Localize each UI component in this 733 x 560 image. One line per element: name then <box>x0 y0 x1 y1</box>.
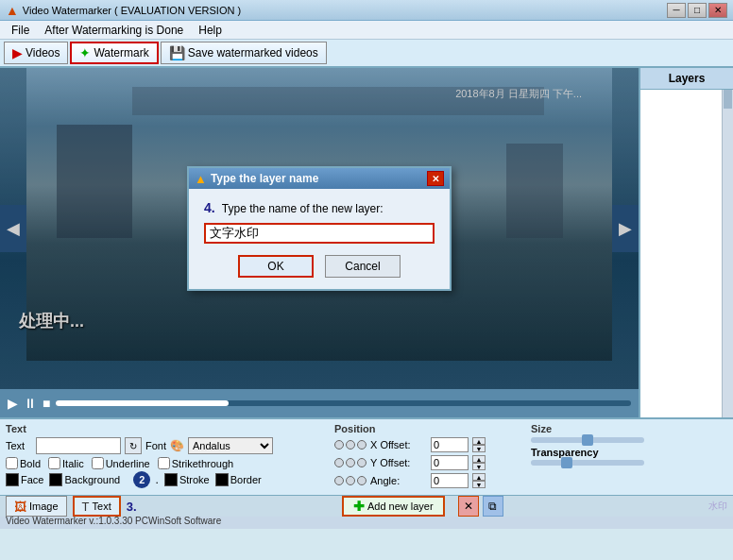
x-offset-row: X Offset: ▲ ▼ <box>334 437 523 452</box>
angle-row: Angle: ▲ ▼ <box>334 473 523 488</box>
angle-spinner: ▲ ▼ <box>472 473 486 488</box>
delete-layer-button[interactable]: ✕ <box>458 496 479 517</box>
angle-radio-group <box>334 476 366 485</box>
background-color-item: Background <box>49 473 120 486</box>
angle-input[interactable] <box>431 473 469 488</box>
y-offset-input[interactable] <box>431 455 469 470</box>
step-2-number: 2 <box>133 471 150 488</box>
border-color-item: Border <box>215 473 262 486</box>
x-spin-up[interactable]: ▲ <box>472 437 486 445</box>
x-radio-2[interactable] <box>346 440 355 450</box>
strikethrough-label: Strikethrough <box>172 458 233 469</box>
videos-label: Videos <box>26 46 60 59</box>
save-button[interactable]: 💾 Save watermarked videos <box>161 42 327 64</box>
y-radio-1[interactable] <box>334 458 344 467</box>
background-color-swatch[interactable] <box>49 473 62 486</box>
x-spin-down[interactable]: ▼ <box>472 445 486 452</box>
angle-radio-3[interactable] <box>357 476 366 485</box>
bottom-panel: Text Text ↻ Font 🎨 Andalus Bold Italic <box>0 417 733 512</box>
x-offset-input[interactable] <box>431 437 469 452</box>
text-tab-label: Text <box>93 501 111 512</box>
refresh-button[interactable]: ↻ <box>125 437 142 454</box>
y-spinner: ▲ ▼ <box>472 455 486 470</box>
app-icon: ▲ <box>6 3 19 18</box>
y-offset-row: Y Offset: ▲ ▼ <box>334 455 523 470</box>
position-section-title: Position <box>334 423 523 434</box>
video-area: 2018年8月 日星期四 下午... 处理中... ◀ ▶ ▲ Type the… <box>0 68 639 417</box>
transparency-slider[interactable] <box>531 460 644 466</box>
play-button[interactable]: ▶ <box>8 396 18 411</box>
dialog-ok-button[interactable]: OK <box>238 255 314 278</box>
copy-layer-button[interactable]: ⧉ <box>483 496 503 517</box>
dialog-overlay: ▲ Type the layer name ✕ 4. Type the name… <box>0 68 639 389</box>
dialog-cancel-button[interactable]: Cancel <box>325 255 401 278</box>
angle-spin-up[interactable]: ▲ <box>472 473 486 481</box>
menu-help[interactable]: Help <box>191 22 230 39</box>
x-radio-3[interactable] <box>357 440 366 450</box>
color-row: Face Background 2 . Stroke Border <box>6 471 327 488</box>
y-radio-3[interactable] <box>357 458 366 467</box>
watermark-button[interactable]: ✦ Watermark <box>70 42 158 64</box>
progress-bar[interactable] <box>56 400 631 406</box>
stroke-label: Stroke <box>179 474 210 485</box>
italic-checkbox[interactable] <box>48 457 60 469</box>
text-tab-icon: T <box>82 500 90 514</box>
stop-button[interactable]: ■ <box>43 396 50 411</box>
pause-button[interactable]: ⏸ <box>24 396 37 411</box>
layer-name-input[interactable] <box>204 223 435 244</box>
stroke-color-swatch[interactable] <box>164 473 178 486</box>
size-section-title: Size <box>531 423 701 434</box>
x-offset-label: X Offset: <box>370 439 427 450</box>
stroke-color-item: Stroke <box>164 473 210 486</box>
underline-checkbox-item: Underline <box>92 457 150 469</box>
add-layer-icon: ✚ <box>353 499 365 514</box>
border-color-swatch[interactable] <box>215 473 229 486</box>
layers-title: Layers <box>640 68 733 90</box>
dialog-title-bar: ▲ Type the layer name ✕ <box>189 168 450 189</box>
background-label: Background <box>64 474 120 485</box>
toolbar: ▶ Videos ✦ Watermark 💾 Save watermarked … <box>0 40 733 68</box>
playback-bar: ▶ ⏸ ■ <box>0 389 639 417</box>
layers-panel: Layers <box>639 68 733 417</box>
maximize-button[interactable]: □ <box>688 3 707 18</box>
watermark-text-input[interactable] <box>36 437 121 454</box>
y-spin-up[interactable]: ▲ <box>472 455 486 463</box>
dialog-close-button[interactable]: ✕ <box>427 171 444 186</box>
face-label: Face <box>21 474 43 485</box>
style-checkboxes: Bold Italic Underline Strikethrough <box>6 457 327 469</box>
image-tab-button[interactable]: 🖼 Image <box>6 496 67 517</box>
menu-after-watermarking[interactable]: After Watermarking is Done <box>37 22 191 39</box>
angle-radio-1[interactable] <box>334 476 344 485</box>
y-radio-2[interactable] <box>346 458 355 467</box>
menu-file[interactable]: File <box>4 22 37 39</box>
y-offset-label: Y Offset: <box>370 457 427 468</box>
x-radio-1[interactable] <box>334 440 344 450</box>
size-slider[interactable] <box>531 437 644 443</box>
font-icon: 🎨 <box>170 439 184 452</box>
text-label: Text <box>6 440 32 451</box>
text-tab-button[interactable]: T Text <box>73 496 121 517</box>
videos-button[interactable]: ▶ Videos <box>4 42 68 64</box>
bold-checkbox[interactable] <box>6 457 18 469</box>
save-label: Save watermarked videos <box>188 46 318 59</box>
x-spinner: ▲ ▼ <box>472 437 486 452</box>
angle-spin-down[interactable]: ▼ <box>472 481 486 488</box>
face-color-swatch[interactable] <box>6 473 19 486</box>
layers-list <box>640 90 733 417</box>
position-section: Position X Offset: ▲ ▼ <box>334 423 523 491</box>
minimize-button[interactable]: ─ <box>667 3 686 18</box>
progress-fill <box>56 400 229 406</box>
font-select[interactable]: Andalus <box>188 437 273 454</box>
strikethrough-checkbox[interactable] <box>158 457 170 469</box>
close-button[interactable]: ✕ <box>708 3 727 18</box>
add-layer-button[interactable]: ✚ Add new layer <box>342 496 445 517</box>
text-section: Text Text ↻ Font 🎨 Andalus Bold Italic <box>6 423 327 491</box>
save-icon: 💾 <box>169 45 185 60</box>
dialog-title-icon: ▲ <box>195 172 207 186</box>
video-frame: 2018年8月 日星期四 下午... 处理中... ◀ ▶ ▲ Type the… <box>0 68 639 389</box>
y-spin-down[interactable]: ▼ <box>472 463 486 470</box>
font-label: Font <box>145 440 166 451</box>
underline-checkbox[interactable] <box>92 457 104 469</box>
angle-radio-2[interactable] <box>346 476 355 485</box>
bold-checkbox-item: Bold <box>6 457 41 469</box>
